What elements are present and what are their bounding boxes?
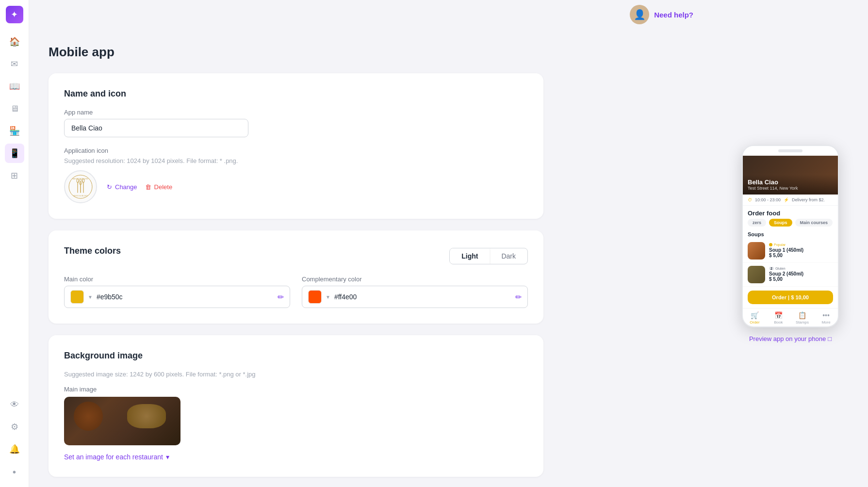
sidebar-item-bell[interactable]: 🔔 <box>5 439 24 459</box>
phone-item-1-price: $ 5,00 <box>769 253 833 258</box>
need-help-label: Need help? <box>654 11 693 19</box>
sidebar-item-home[interactable]: 🏠 <box>5 32 24 51</box>
clock-icon: ⏱ <box>748 197 752 202</box>
main-color-edit-icon[interactable]: ✏ <box>278 292 284 302</box>
complementary-color-input-wrap: ▼ #ff4e00 ✏ <box>302 286 528 308</box>
restaurant-icon: RESTAURANT RESTAURANT <box>64 170 97 203</box>
phone-item-2-name: Soup 2 (450ml) <box>769 271 833 276</box>
order-nav-icon: 🛒 <box>751 311 759 319</box>
background-image-desc: Suggested image size: 1242 by 600 pixels… <box>64 371 528 378</box>
complementary-color-label: Complementary color <box>302 276 528 283</box>
light-theme-button[interactable]: Light <box>450 248 490 264</box>
sidebar-item-eye[interactable]: 👁 <box>5 395 24 414</box>
phone-nav: 🛒 Order 📅 Book 📋 Stamps ••• More <box>743 308 838 326</box>
phone-item-1: Popular Soup 1 (450ml) $ 5,00 <box>743 239 838 263</box>
home-icon: 🏠 <box>9 36 20 47</box>
phone-item-2-image <box>748 266 765 283</box>
complementary-color-field: Complementary color ▼ #ff4e00 ✏ <box>302 276 528 308</box>
color-row: Main color ▼ #e9b50c ✏ Complementary col… <box>64 276 528 308</box>
grid-icon: ⊞ <box>11 170 18 181</box>
book-icon: 📖 <box>9 81 20 92</box>
phone-nav-stamps[interactable]: 📋 Stamps <box>790 311 814 325</box>
refresh-icon: ↻ <box>107 183 112 191</box>
complementary-color-hex[interactable]: #ff4e00 <box>334 293 511 301</box>
app-icon-section: Application icon Suggested resolution: 1… <box>64 147 528 203</box>
monitor-icon: 🖥 <box>10 104 19 114</box>
app-name-label: App name <box>64 109 528 116</box>
bell-icon: 🔔 <box>9 444 20 455</box>
sidebar-item-monitor[interactable]: 🖥 <box>5 99 24 118</box>
phone-restaurant-name: Bella Ciao <box>748 179 833 186</box>
need-help-button[interactable]: 👤 Need help? <box>630 5 693 24</box>
phone-categories: zers Soups Main courses <box>743 219 838 229</box>
phone-order-button[interactable]: Order | $ 10,00 <box>748 291 833 304</box>
sidebar-item-mobile[interactable]: 📱 <box>5 144 24 163</box>
phone-cat-appetizers[interactable]: zers <box>748 219 766 227</box>
delete-icon-button[interactable]: 🗑 Delete <box>145 183 173 191</box>
change-icon-button[interactable]: ↻ Change <box>107 183 137 191</box>
complementary-color-edit-icon[interactable]: ✏ <box>515 292 522 302</box>
phone-hero: Bella Ciao Test Street 114, New York <box>743 156 838 195</box>
phone-mockup: Bella Ciao Test Street 114, New York ⏱ 1… <box>742 145 839 327</box>
delivery-icon: ⚡ <box>784 197 789 202</box>
popular-badge-dot <box>769 243 772 246</box>
icon-actions: ↻ Change 🗑 Delete <box>107 183 172 191</box>
trash-icon: 🗑 <box>145 183 151 191</box>
phone-status-bar <box>743 146 838 156</box>
mobile-icon: 📱 <box>9 148 20 159</box>
mail-icon: ✉ <box>11 59 18 69</box>
phone-preview-area: Bella Ciao Test Street 114, New York ⏱ 1… <box>713 0 868 487</box>
phone-info-bar: ⏱ 10:00 - 23:00 ⚡ Delivery from $2. <box>743 195 838 206</box>
phone-order-title: Order food <box>743 206 838 219</box>
phone-item-1-badge: Popular <box>769 243 833 246</box>
main-color-input-wrap: ▼ #e9b50c ✏ <box>64 286 290 308</box>
app-icon-row: RESTAURANT RESTAURANT ↻ Change <box>64 170 528 203</box>
application-icon-desc: Suggested resolution: 1024 by 1024 pixel… <box>64 157 528 164</box>
main-image-label: Main image <box>64 386 528 393</box>
preview-app-link[interactable]: Preview app on your phone □ <box>749 335 832 342</box>
sidebar-item-grid[interactable]: ⊞ <box>5 166 24 185</box>
phone-restaurant-address: Test Street 114, New York <box>748 186 833 191</box>
sidebar-item-book[interactable]: 📖 <box>5 77 24 96</box>
phone-cat-main[interactable]: Main courses <box>795 219 833 227</box>
phone-nav-order[interactable]: 🛒 Order <box>743 311 767 325</box>
sidebar-item-store[interactable]: 🏪 <box>5 121 24 141</box>
sidebar-item-mail[interactable]: ✉ <box>5 54 24 74</box>
complementary-color-swatch[interactable] <box>308 290 322 304</box>
sidebar: ✦ 🏠 ✉ 📖 🖥 🏪 📱 ⊞ 👁 ⚙ 🔔 ● <box>0 0 29 487</box>
main-image-preview[interactable] <box>64 397 180 445</box>
svg-text:RESTAURANT: RESTAURANT <box>73 195 88 197</box>
phone-item-1-image <box>748 242 765 260</box>
external-link-icon: □ <box>828 335 832 342</box>
more-nav-icon: ••• <box>822 311 830 319</box>
sidebar-item-settings[interactable]: ⚙ <box>5 417 24 437</box>
app-name-input[interactable] <box>64 119 248 137</box>
phone-cat-soups[interactable]: Soups <box>769 219 792 227</box>
logo-icon: ✦ <box>11 9 18 20</box>
main-color-label: Main color <box>64 276 290 283</box>
phone-item-2-details: 2 Gluten Soup 2 (450ml) $ 5,00 <box>769 267 833 282</box>
theme-header: Theme colors Light Dark <box>64 246 528 266</box>
main-color-swatch[interactable] <box>70 290 84 304</box>
main-color-hex[interactable]: #e9b50c <box>97 293 274 301</box>
dark-theme-button[interactable]: Dark <box>490 248 527 264</box>
sidebar-item-profile[interactable]: ● <box>5 462 24 481</box>
stamps-nav-icon: 📋 <box>798 311 806 319</box>
sidebar-logo[interactable]: ✦ <box>6 6 23 23</box>
chevron-down-icon: ▾ <box>166 453 169 461</box>
avatar: 👤 <box>630 5 649 24</box>
set-image-link[interactable]: Set an image for each restaurant ▾ <box>64 453 169 461</box>
background-image-title: Background image <box>64 351 528 361</box>
theme-colors-card: Theme colors Light Dark Main color ▼ #e9… <box>49 230 543 324</box>
phone-item-2-price: $ 5,00 <box>769 276 833 282</box>
phone-nav-book[interactable]: 📅 Book <box>767 311 790 325</box>
theme-colors-title: Theme colors <box>64 246 121 256</box>
main-color-arrow[interactable]: ▼ <box>88 294 93 300</box>
application-icon-label: Application icon <box>64 147 528 154</box>
complementary-color-arrow[interactable]: ▼ <box>326 294 330 300</box>
phone-nav-more[interactable]: ••• More <box>814 311 838 325</box>
phone-notch <box>778 149 802 152</box>
phone-delivery: Delivery from $2. <box>792 197 825 202</box>
name-icon-title: Name and icon <box>64 89 528 99</box>
phone-hours: 10:00 - 23:00 <box>755 197 781 202</box>
